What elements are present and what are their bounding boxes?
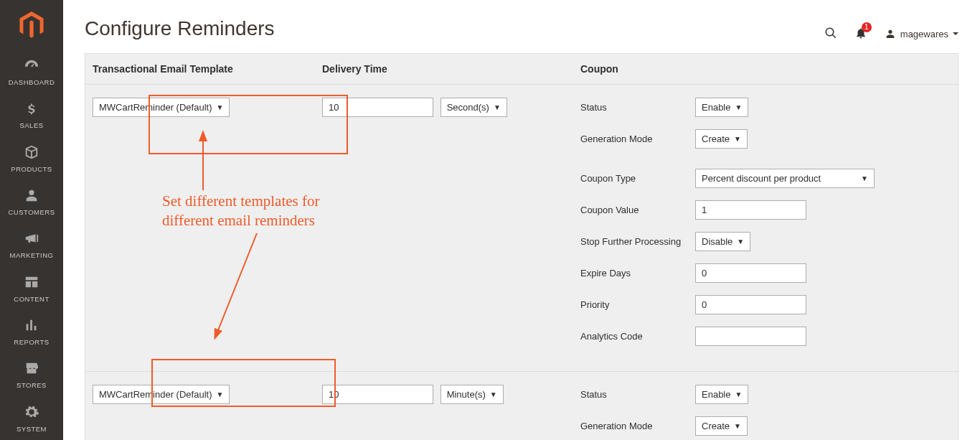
search-icon[interactable] (824, 27, 837, 42)
delivery-unit-select[interactable]: Second(s) ▼ (440, 98, 507, 117)
sidebar-item-customers[interactable]: CUSTOMERS (0, 180, 63, 223)
dollar-icon (24, 100, 39, 118)
admin-sidebar: DASHBOARD SALES PRODUCTS CUSTOMERS MARKE… (0, 0, 63, 440)
ctype-select[interactable]: Percent discount per product▼ (695, 169, 875, 188)
template-select[interactable]: MWCartReminder (Default) ▼ (93, 98, 230, 117)
chevron-down-icon: ▼ (216, 390, 223, 398)
coupon-cell: Status Enable▼ Generation Mode Create▼ (573, 372, 958, 440)
chevron-down-icon: ▼ (734, 422, 741, 430)
priority-label: Priority (580, 299, 695, 310)
sidebar-item-stores[interactable]: STORES (0, 353, 63, 396)
store-icon (24, 360, 39, 378)
sidebar-item-label: SYSTEM (17, 425, 47, 433)
sidebar-item-system[interactable]: SYSTEM (0, 397, 63, 440)
sidebar-item-marketing[interactable]: MARKETING (0, 223, 63, 266)
megaphone-icon (24, 230, 39, 248)
user-icon (885, 28, 896, 39)
magento-logo[interactable] (0, 0, 63, 50)
analytics-input[interactable] (695, 327, 806, 346)
chevron-down-icon: ▼ (735, 390, 742, 398)
delivery-cell: Second(s) ▼ (315, 85, 573, 371)
reminder-row: MWCartReminder (Default) ▼ Minute(s) ▼ S… (85, 372, 958, 440)
genmode-select[interactable]: Create▼ (695, 416, 748, 436)
top-actions: 1 magewares (824, 27, 958, 42)
sidebar-item-sales[interactable]: SALES (0, 93, 63, 136)
page-title: Configure Reminders (85, 9, 275, 53)
status-select[interactable]: Enable▼ (695, 385, 748, 404)
chevron-down-icon: ▼ (737, 238, 744, 245)
expire-input[interactable] (695, 263, 806, 283)
account-menu[interactable]: magewares (885, 28, 958, 39)
chevron-down-icon: ▼ (216, 103, 223, 111)
notification-badge: 1 (862, 22, 872, 32)
chevron-down-icon: ▼ (861, 174, 868, 182)
sidebar-item-products[interactable]: PRODUCTS (0, 136, 63, 179)
sidebar-item-label: CONTENT (14, 295, 49, 303)
box-icon (24, 144, 39, 162)
sidebar-item-label: MARKETING (10, 251, 54, 259)
sidebar-item-dashboard[interactable]: DASHBOARD (0, 50, 63, 93)
gauge-icon (24, 57, 39, 75)
status-label: Status (580, 102, 695, 113)
stop-select[interactable]: Disable▼ (695, 232, 750, 251)
delivery-value-input[interactable] (322, 385, 433, 404)
gear-icon (24, 404, 39, 422)
table-header: Transactional Email Template Delivery Ti… (85, 53, 958, 85)
delivery-value-input[interactable] (322, 98, 433, 117)
coupon-cell: Status Enable▼ Generation Mode Create▼ C… (573, 85, 958, 371)
sidebar-item-label: CUSTOMERS (8, 208, 55, 216)
delivery-unit-value: Minute(s) (447, 389, 486, 400)
sidebar-item-label: PRODUCTS (11, 165, 52, 173)
sidebar-item-reports[interactable]: REPORTS (0, 310, 63, 353)
expire-label: Expire Days (580, 268, 695, 278)
account-name: magewares (900, 29, 948, 39)
genmode-label: Generation Mode (580, 134, 695, 144)
sidebar-item-content[interactable]: CONTENT (0, 267, 63, 310)
cval-input[interactable] (695, 200, 806, 220)
genmode-select[interactable]: Create▼ (695, 129, 748, 149)
person-icon (24, 187, 39, 205)
status-select[interactable]: Enable▼ (695, 98, 748, 117)
template-cell: MWCartReminder (Default) ▼ (85, 372, 315, 440)
template-select-value: MWCartReminder (Default) (99, 389, 212, 400)
cval-label: Coupon Value (580, 205, 695, 215)
layout-icon (24, 274, 39, 292)
priority-input[interactable] (695, 295, 806, 314)
template-select-value: MWCartReminder (Default) (99, 102, 212, 113)
chevron-down-icon: ▼ (494, 103, 501, 111)
col-template: Transactional Email Template (85, 54, 315, 84)
bars-icon (24, 317, 39, 335)
annotation-text: Set different templates for different em… (162, 192, 319, 231)
top-bar: Configure Reminders 1 magewares (63, 0, 980, 53)
delivery-unit-value: Second(s) (447, 102, 489, 113)
delivery-unit-select[interactable]: Minute(s) ▼ (440, 385, 504, 404)
col-coupon: Coupon (573, 54, 958, 84)
sidebar-item-label: STORES (17, 381, 47, 389)
chevron-down-icon: ▼ (735, 103, 742, 111)
sidebar-item-label: REPORTS (14, 338, 49, 346)
analytics-label: Analytics Code (580, 331, 695, 342)
template-select[interactable]: MWCartReminder (Default) ▼ (93, 385, 230, 404)
main-content: Configure Reminders 1 magewares Transact… (63, 0, 980, 440)
chevron-down-icon: ▼ (734, 135, 741, 143)
sidebar-item-label: SALES (19, 121, 43, 129)
status-label: Status (580, 389, 695, 400)
stop-label: Stop Further Processing (580, 236, 695, 247)
ctype-label: Coupon Type (580, 173, 695, 184)
chevron-down-icon: ▼ (490, 390, 497, 398)
bell-icon[interactable]: 1 (854, 27, 867, 42)
col-delivery: Delivery Time (315, 54, 573, 84)
genmode-label: Generation Mode (580, 421, 695, 431)
chevron-down-icon (953, 32, 958, 38)
sidebar-item-label: DASHBOARD (9, 78, 55, 86)
delivery-cell: Minute(s) ▼ (315, 372, 573, 440)
